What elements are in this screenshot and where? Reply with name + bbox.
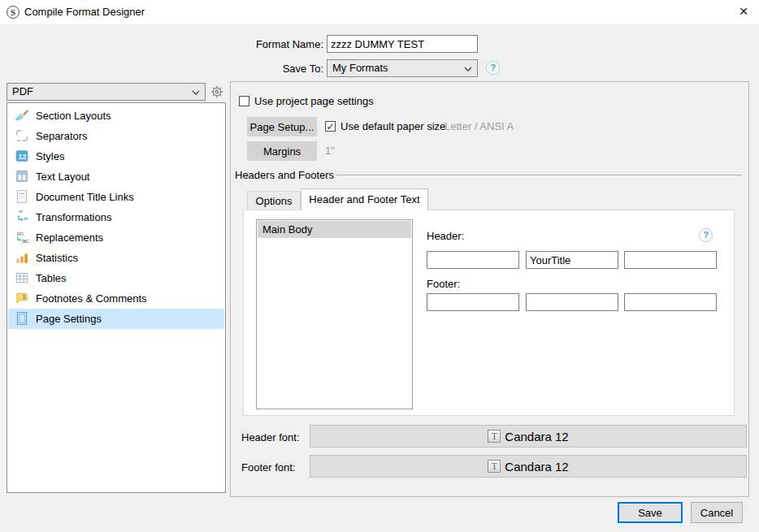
text-layout-icon [15, 169, 29, 184]
page-settings-icon [15, 311, 29, 326]
window-title: Compile Format Designer [24, 0, 145, 24]
header-font-button[interactable]: T Candara 12 [310, 425, 747, 448]
help-icon[interactable]: ? [486, 61, 500, 75]
save-to-label: Save To: [244, 63, 323, 76]
sidebar-item-replacements[interactable]: ab ac Replacements [8, 227, 224, 248]
list-item-main-body[interactable]: Main Body [258, 221, 411, 238]
footer-center-field[interactable] [526, 293, 618, 311]
tab-header-footer-text[interactable]: Header and Footer Text [301, 188, 428, 210]
save-to-value: My Formats [332, 62, 388, 75]
sidebar-item-footnotes-comments[interactable]: 1 Footnotes & Comments [8, 288, 224, 309]
chevron-down-icon [464, 67, 472, 71]
paper-size-value: Letter / ANSI A [445, 120, 514, 133]
page-settings-panel: Use project page settings Page Setup... … [230, 81, 749, 497]
format-name-label: Format Name: [244, 38, 323, 51]
sidebar-item-statistics[interactable]: Statistics [8, 248, 224, 268]
header-font-label: Header font: [241, 431, 300, 444]
sidebar-item-tables[interactable]: Tables [8, 268, 224, 288]
use-default-paper-size-checkbox[interactable]: ✓ [325, 121, 336, 132]
use-project-page-settings-label: Use project page settings [254, 95, 374, 108]
font-icon: T [488, 460, 501, 473]
transformations-icon: ” ” [15, 210, 29, 224]
sidebar-section-list: Section Layouts Separators 12 Styles [7, 102, 226, 493]
header-font-value: Candara 12 [505, 430, 568, 443]
header-label: Header: [427, 230, 464, 243]
separators-icon [15, 128, 29, 143]
titlebar: S Compile Format Designer × [0, 0, 759, 24]
scrivener-logo-icon: S [7, 6, 20, 19]
page-section-list: Main Body [256, 219, 413, 409]
close-icon[interactable]: × [728, 0, 759, 24]
page-setup-button[interactable]: Page Setup... [247, 117, 317, 136]
header-left-field[interactable] [427, 251, 519, 269]
cancel-button[interactable]: Cancel [691, 502, 743, 523]
header-right-field[interactable] [624, 251, 717, 269]
header-footer-tab-page: Main Body Header: ? Footer: [243, 210, 735, 416]
header-center-field[interactable] [526, 251, 618, 269]
sidebar-item-styles[interactable]: 12 Styles [8, 146, 224, 167]
footer-font-label: Footer font: [241, 461, 295, 474]
footer-left-field[interactable] [427, 293, 519, 311]
use-project-page-settings-checkbox[interactable] [239, 96, 249, 106]
bar-chart-icon [15, 250, 29, 265]
footer-font-value: Candara 12 [505, 460, 568, 474]
styles-icon: 12 [15, 149, 29, 163]
format-type-value: PDF [12, 85, 33, 98]
svg-text:1: 1 [23, 293, 26, 301]
margins-value: 1" [325, 145, 335, 158]
sidebar-item-document-title-links[interactable]: Document Title Links [8, 187, 224, 207]
document-icon [15, 189, 29, 204]
tab-options[interactable]: Options [247, 191, 301, 210]
group-divider [336, 175, 742, 175]
save-to-dropdown[interactable]: My Formats [327, 59, 478, 77]
sidebar-item-transformations[interactable]: ” ” Transformations [8, 207, 224, 227]
table-grid-icon [15, 270, 29, 285]
svg-text:ac: ac [22, 237, 28, 244]
headers-footers-group-title: Headers and Footers [235, 169, 334, 182]
format-type-dropdown[interactable]: PDF [7, 83, 206, 101]
footer-label: Footer: [427, 278, 460, 291]
footer-font-button[interactable]: T Candara 12 [310, 455, 747, 478]
sidebar-item-section-layouts[interactable]: Section Layouts [8, 106, 224, 126]
svg-text:”: ” [24, 215, 28, 224]
gear-icon[interactable] [210, 84, 224, 99]
sidebar-item-separators[interactable]: Separators [8, 126, 224, 146]
svg-text:12: 12 [19, 153, 27, 161]
footer-right-field[interactable] [624, 293, 717, 311]
help-icon[interactable]: ? [699, 228, 713, 242]
chevron-down-icon [192, 90, 200, 95]
comment-bubble-icon: 1 [15, 291, 29, 305]
replacements-icon: ab ac [15, 230, 29, 244]
compile-format-designer-dialog: { "window": { "title": "Compile Format D… [0, 0, 759, 532]
sidebar-item-page-settings[interactable]: Page Settings [8, 309, 224, 329]
sidebar-item-text-layout[interactable]: Text Layout [8, 167, 224, 187]
margins-button[interactable]: Margins [247, 141, 317, 161]
use-default-paper-size-label: Use default paper size [340, 120, 445, 133]
paintbrush-icon [15, 108, 29, 123]
font-icon: T [488, 430, 501, 443]
save-button[interactable]: Save [618, 502, 683, 523]
format-name-input[interactable] [327, 35, 478, 53]
